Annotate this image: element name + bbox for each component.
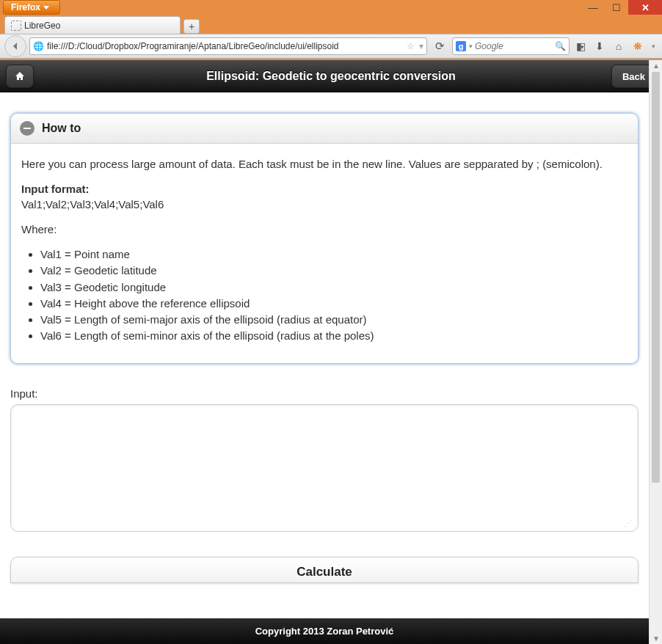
window-chrome: Firefox — ☐ ✕ LibreGeo + 🌐 ☆ ▾ ⟳ [0, 0, 662, 60]
list-item: Val1 = Point name [40, 247, 628, 262]
howto-content: Here you can process large amount of dat… [11, 144, 638, 363]
tab-bar: LibreGeo + [0, 15, 662, 34]
where-label: Where: [21, 222, 628, 237]
input-format-label: Input format: [21, 183, 89, 195]
calculate-button[interactable]: Calculate [10, 557, 639, 583]
list-item: Val4 = Height above the reference ellips… [40, 296, 628, 311]
dropdown-caret-icon[interactable]: ▾ [419, 41, 423, 51]
howto-heading: How to [42, 122, 81, 135]
page-title: Ellipsoid: Geodetic to geocentric conver… [206, 70, 456, 83]
globe-icon: 🌐 [33, 41, 44, 51]
input-section: Input: ⋰ [10, 387, 639, 532]
input-label: Input: [10, 387, 639, 400]
input-format-block: Input format: Val1;Val2;Val3;Val4;Val5;V… [21, 182, 628, 212]
list-item: Val6 = Length of semi-minor axis of the … [40, 329, 628, 343]
input-textarea-wrap: ⋰ [10, 404, 639, 532]
tab-libregeo[interactable]: LibreGeo [4, 16, 181, 34]
input-textarea[interactable] [12, 406, 636, 516]
chevron-down-icon: ▾ [652, 43, 655, 50]
search-dropdown-icon[interactable]: ▾ [469, 43, 473, 50]
search-engine-icon: g [456, 41, 466, 51]
tab-title: LibreGeo [24, 21, 60, 31]
calculate-label: Calculate [297, 565, 352, 579]
downloads-button[interactable]: ⬇ [592, 38, 608, 54]
footer-text: Copyright 2013 Zoran Petrović [255, 626, 394, 637]
howto-intro: Here you can process large amount of dat… [21, 157, 628, 172]
search-bar[interactable]: g ▾ 🔍 [452, 37, 570, 55]
input-format-value: Val1;Val2;Val3;Val4;Val5;Val6 [21, 198, 164, 211]
list-item: Val2 = Geodetic latitude [40, 263, 628, 278]
reload-icon: ⟳ [435, 40, 445, 53]
addon-button[interactable]: ❋ [630, 38, 646, 54]
firefox-menu-button[interactable]: Firefox [3, 0, 60, 15]
howto-panel: How to Here you can process large amount… [10, 113, 639, 364]
minimize-button[interactable]: — [581, 0, 605, 15]
collapse-icon [20, 121, 34, 136]
titlebar: Firefox — ☐ ✕ [0, 0, 662, 15]
svg-rect-0 [23, 128, 31, 129]
scroll-thumb[interactable] [652, 72, 660, 483]
value-definition-list: Val1 = Point name Val2 = Geodetic latitu… [40, 247, 628, 344]
app-home-button[interactable] [6, 65, 34, 88]
list-item: Val5 = Length of semi-major axis of the … [40, 312, 628, 327]
new-tab-button[interactable]: + [183, 19, 200, 34]
search-icon[interactable]: 🔍 [555, 41, 566, 51]
reload-button[interactable]: ⟳ [430, 37, 449, 56]
app-footer: Copyright 2013 Zoran Petrović [0, 618, 649, 644]
url-input[interactable] [47, 41, 407, 51]
url-bar-icons: ☆ ▾ [407, 41, 423, 51]
tab-favicon-icon [11, 21, 21, 31]
resize-handle-icon[interactable]: ⋰ [12, 519, 636, 530]
home-icon: ⌂ [616, 40, 622, 52]
search-input[interactable] [475, 41, 555, 51]
addon-icon: ❋ [633, 40, 642, 52]
home-icon [14, 70, 26, 82]
bookmark-button[interactable]: ◧▾ [572, 38, 589, 54]
nav-back-button[interactable] [4, 35, 26, 57]
arrow-left-icon [10, 41, 21, 51]
menu-dropdown[interactable]: ▾ [649, 38, 658, 54]
close-button[interactable]: ✕ [628, 0, 662, 15]
howto-header[interactable]: How to [11, 114, 638, 144]
scrollbar[interactable]: ▲ ▼ [649, 60, 662, 644]
window-controls: — ☐ ✕ [581, 0, 662, 15]
scroll-down-icon[interactable]: ▼ [652, 634, 659, 643]
url-bar[interactable]: 🌐 ☆ ▾ [29, 37, 427, 55]
viewport: Ellipsoid: Geodetic to geocentric conver… [0, 60, 662, 644]
scroll-up-icon[interactable]: ▲ [652, 62, 659, 70]
list-item: Val3 = Geodetic longitude [40, 280, 628, 295]
bookmark-icon: ◧▾ [576, 40, 586, 52]
back-button-label: Back [622, 71, 645, 82]
maximize-button[interactable]: ☐ [605, 0, 628, 15]
firefox-menu-label: Firefox [11, 2, 40, 12]
app-header: Ellipsoid: Geodetic to geocentric conver… [0, 60, 662, 92]
home-button[interactable]: ⌂ [611, 38, 627, 54]
app-body: How to Here you can process large amount… [0, 92, 649, 615]
bookmark-star-icon[interactable]: ☆ [407, 41, 415, 51]
download-arrow-icon: ⬇ [595, 40, 604, 52]
navigation-toolbar: 🌐 ☆ ▾ ⟳ g ▾ 🔍 ◧▾ ⬇ ⌂ ❋ ▾ [0, 34, 662, 59]
caret-down-icon [43, 6, 49, 10]
